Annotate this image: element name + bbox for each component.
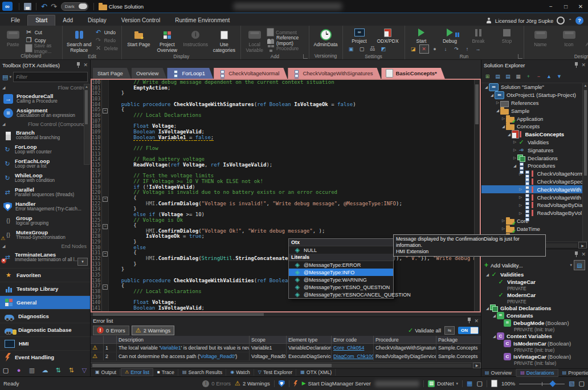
reference-import-button[interactable]: Reference (Import) [266,36,307,44]
start-button[interactable]: Start [407,27,436,44]
tree-item-sample[interactable]: ◢Sample [481,107,588,115]
tree-item-readvoltagebyvol[interactable]: ▷ReadVoltageByVol [481,209,588,217]
tree-item-references[interactable]: ▷References [481,99,588,107]
fold-marker[interactable]: − [102,283,108,289]
solution-tree-vscrollbar[interactable] [582,83,588,241]
decl-item-context-variables[interactable]: ◢CContext Variables [481,332,588,340]
tree-item-core[interactable]: ▷✓Core [481,217,588,225]
close-solution-button[interactable]: Close Solution [97,1,145,11]
status-errors[interactable]: !0 Errors [202,380,231,387]
editor-horizontal-scrollbar[interactable] [91,311,481,317]
tree-expander[interactable]: ◢ [492,334,497,339]
ribbon-tab-runtime-environment[interactable]: Runtime Environment [168,15,237,26]
decl-item-debugmode[interactable]: =DebugMode (Boolean) [481,319,588,327]
sidebar-item-general[interactable]: General [0,295,90,309]
close-button[interactable]: ✕ [573,1,588,12]
pin-icon[interactable] [467,317,471,324]
search-and-replace-button[interactable]: Search and Replace [65,27,93,54]
sidebar-item-favoriten[interactable]: ★Favoriten [0,268,90,282]
dialog-launcher-icon[interactable] [518,54,522,59]
status-warnings[interactable]: ⚠2 Warnings [235,380,270,387]
toolbox-view-button[interactable]: ▤▾ [2,74,11,80]
toolbox-item-mutexgroup[interactable]: { }⚠MutexGroupThread-Synchronisation [0,228,90,242]
show-all-button[interactable]: ▤ [504,72,512,81]
toolbox-item-parallel[interactable]: ⇄ParallelParallel sequences (threads) [0,185,90,200]
fold-collapse-icon[interactable]: − [103,251,108,257]
decl-item-validities[interactable]: ◢✓Validities [481,271,588,278]
tree-item-datetime[interactable]: ▷✓DateTime [481,225,588,233]
error-list-hscrollbar[interactable]: ▶ [91,362,481,368]
toolbox-item-procedurecall[interactable]: →ProcedureCallCalling a Procedure [0,92,90,106]
tree-expander[interactable]: ◢ [485,306,490,311]
validation-toggle[interactable]: ON [458,327,479,334]
code-editor[interactable]: 1001011021031041051061071081091101111121… [91,79,481,311]
toolbox-scrollbar[interactable] [84,84,90,165]
toolbox-item-terminatelanes[interactable]: ⇄✕TerminateLanesImmediate termination of… [0,250,90,265]
fold-marker[interactable]: − [102,196,108,201]
ribbon-tab-display[interactable]: Display [80,15,114,26]
popup-item-messagetype-info[interactable]: ◈@MessageType:INFO [289,269,393,276]
right-tab-declarations[interactable]: ▤Declarations [516,369,558,377]
close-on-error-button[interactable]: ✕ [419,44,429,54]
close-icon[interactable]: ✕ [83,62,88,68]
fold-marker[interactable]: − [102,107,108,113]
layout-button-2[interactable]: ▢ [476,380,482,387]
tree-expander[interactable]: ◢ [512,164,517,168]
popup-item-messagetype-warning[interactable]: ◈@MessageType:WARNING [289,276,393,283]
editor-tab-checkvoltagewithsignatures[interactable]: CheckVoltageWithSignatures [288,68,381,79]
tree-expander[interactable]: ▷ [501,116,506,121]
use-categories-button[interactable]: Use categories [210,27,238,54]
fit-page-button[interactable] [491,380,497,387]
quick-redo-button[interactable]: ↷ [49,1,59,11]
tree-item-application[interactable]: ▷✓Application [481,115,588,123]
right-tab-overview[interactable]: ▤Overview [481,369,516,376]
toolbox-item-forloop[interactable]: ↻ForLoopLoop with counter [0,143,90,157]
scope-filter-button[interactable]: ▦ [514,72,522,81]
debug-button[interactable]: Debug [436,27,464,44]
help-button[interactable]: ? [575,17,583,25]
tree-expander[interactable]: ◢ [495,108,500,113]
remove-item-button[interactable]: − [534,72,543,81]
tree-expander[interactable]: ▷ [512,148,517,152]
collapse-all-button[interactable]: ⊞ [483,72,492,81]
sidebar-item-event-handling[interactable]: Event Handling [0,350,90,364]
zoom-slider[interactable] [519,380,565,387]
popup-item-messagetype-yesno-question[interactable]: ◈@MessageType:YESNO_QUESTION [289,283,393,291]
lab-icon[interactable]: ▽ [80,366,88,374]
run-config-button[interactable]: ◪ [409,44,418,54]
tree-expander[interactable]: ◢ [485,273,490,277]
fold-collapse-icon[interactable]: − [103,108,108,113]
dock-tab-watch[interactable]: ◉Watch [227,369,254,376]
minimize-button[interactable]: − [544,1,558,12]
tree-item-validities[interactable]: ▷✓Validities [481,139,588,147]
sync-validities-icon[interactable]: ⇅ [54,366,62,374]
save-button[interactable] [22,1,33,11]
collapse-ribbon-icon[interactable]: ⌃ [568,18,572,23]
right-tab-properties[interactable]: ▤Properties [559,369,588,376]
dock-tab-otx-xml[interactable]: ▦OTX (XML) [297,369,336,376]
add-item-button[interactable]: + [524,72,533,81]
pin-icon[interactable] [574,251,578,258]
toolbox-item-group[interactable]: { }Grouplogical grouping [0,214,90,228]
editor-tab-basicconcepts[interactable]: BasicConcepts* [381,68,444,79]
toolbox-item-branch[interactable]: Branchconditional branching [0,128,90,143]
tree-expander[interactable]: ◢ [501,124,506,129]
validation-shield-button[interactable] [279,380,285,387]
ribbon-tab-file[interactable]: File [3,15,27,26]
maximize-button[interactable]: □ [558,1,573,12]
user-settings-button[interactable]: ◩ [379,44,389,54]
fold-collapse-icon[interactable]: − [103,285,108,290]
error-code-link[interactable]: Core_Chk054 [333,345,364,351]
editor-tab-start-page[interactable]: Start Page [93,68,131,79]
toolbox-item-handler[interactable]: HandlerError Management (Try-Catch... [0,200,90,214]
package-icon[interactable]: ● [15,366,23,374]
gear-icon[interactable] [557,17,565,25]
quick-undo-button[interactable]: ↶ [39,1,49,11]
record-button[interactable]: ● [430,44,440,54]
admindata-button[interactable]: AdminData [312,27,340,52]
dock-tab-error-list[interactable]: ⚠Error list [121,368,153,376]
editor-tab-forloop1[interactable]: ForLoop1 [167,68,213,79]
cut-button[interactable]: ✂Cut [24,29,60,36]
step-out-button[interactable]: ↑ [463,44,472,54]
toolbox-filter-input[interactable] [13,72,88,82]
